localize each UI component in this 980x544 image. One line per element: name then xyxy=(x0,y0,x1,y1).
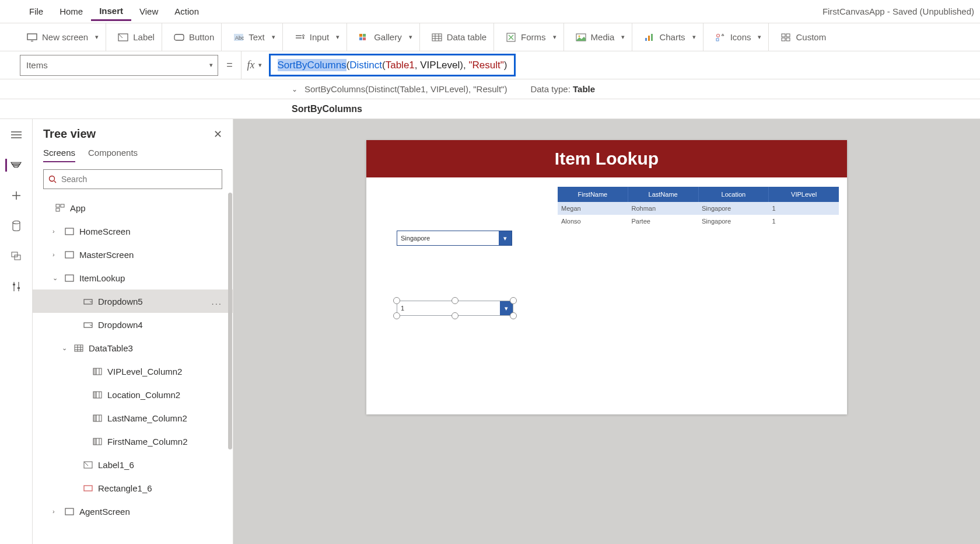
search-input[interactable] xyxy=(61,175,217,184)
ribbon-media[interactable]: Media▾ xyxy=(569,23,633,51)
tree-chevron-icon[interactable]: ⌄ xyxy=(52,274,60,282)
ribbon-input[interactable]: Input▾ xyxy=(288,23,347,51)
formula-suggest[interactable]: ⌄ SortByColumns(Distinct(Table1, VIPLeve… xyxy=(0,79,980,99)
svg-rect-15 xyxy=(432,34,442,41)
menu-view[interactable]: View xyxy=(131,3,166,20)
svg-point-22 xyxy=(578,35,580,37)
tree-item[interactable]: Label1_6 xyxy=(33,453,233,476)
col-header[interactable]: Location xyxy=(699,187,769,202)
datatable-icon xyxy=(432,32,442,43)
data-table[interactable]: FirstName LastName Location VIPLevel Meg… xyxy=(558,187,839,228)
svg-point-37 xyxy=(13,221,20,224)
ribbon-button[interactable]: Button xyxy=(167,23,222,51)
dropdown-icon xyxy=(83,296,93,306)
tree-item[interactable]: LastName_Column2 xyxy=(33,406,233,430)
resize-handle[interactable] xyxy=(510,297,517,304)
tree-chevron-icon[interactable]: › xyxy=(52,251,60,258)
tree-item[interactable]: VIPLevel_Column2 xyxy=(33,360,233,383)
resize-handle[interactable] xyxy=(452,312,459,319)
resize-handle[interactable] xyxy=(393,297,400,304)
ribbon: New screen▾ Label Button Abc Text▾ Input… xyxy=(0,23,980,51)
svg-rect-50 xyxy=(65,252,74,258)
svg-rect-52 xyxy=(84,299,92,304)
button-icon xyxy=(174,32,184,43)
tree-chevron-icon[interactable]: ⌄ xyxy=(62,344,69,352)
left-rail xyxy=(0,119,33,544)
chevron-down-icon: ▾ xyxy=(409,33,412,41)
menu-action[interactable]: Action xyxy=(166,3,207,20)
scrollbar-icon[interactable] xyxy=(228,193,232,449)
charts-icon xyxy=(644,32,654,43)
tree-item[interactable]: ›HomeScreen xyxy=(33,219,233,243)
equals-symbol: = xyxy=(226,59,233,71)
dropdown-location[interactable]: Singapore ▾ xyxy=(397,231,512,246)
ribbon-gallery[interactable]: Gallery▾ xyxy=(352,23,420,51)
dropdown-viplevel-selected[interactable]: 1 ▾ xyxy=(397,301,513,316)
tree-search[interactable] xyxy=(43,169,222,189)
svg-rect-14 xyxy=(363,37,366,40)
col-header[interactable]: FirstName xyxy=(558,187,628,202)
custom-icon xyxy=(780,32,791,43)
ribbon-charts[interactable]: Charts▾ xyxy=(637,23,703,51)
ribbon-custom[interactable]: Custom xyxy=(774,23,833,51)
column-icon xyxy=(92,413,103,423)
rect-icon xyxy=(83,483,93,493)
rail-advanced[interactable] xyxy=(10,280,23,293)
tree-item[interactable]: ›MasterScreen xyxy=(33,243,233,266)
tree-item[interactable]: Dropdown5... xyxy=(33,290,233,313)
table-row[interactable]: Megan Rohman Singapore 1 xyxy=(558,202,839,215)
rail-add[interactable] xyxy=(10,189,23,202)
close-icon[interactable]: ✕ xyxy=(214,128,222,141)
svg-line-45 xyxy=(54,181,56,183)
col-header[interactable]: LastName xyxy=(628,187,699,202)
column-icon xyxy=(92,366,103,376)
tree-item[interactable]: ›AgentScreen xyxy=(33,500,233,523)
chevron-down-icon[interactable]: ▾ xyxy=(258,61,262,69)
tree-item[interactable]: ⌄ItemLookup xyxy=(33,266,233,290)
menu-insert[interactable]: Insert xyxy=(91,2,131,21)
screen-icon xyxy=(64,273,75,283)
resize-handle[interactable] xyxy=(452,297,459,304)
tree-item[interactable]: FirstName_Column2 xyxy=(33,430,233,453)
property-dropdown[interactable]: Items ▾ xyxy=(20,55,218,76)
ribbon-forms[interactable]: Forms▾ xyxy=(499,23,564,51)
rail-media[interactable] xyxy=(10,250,23,263)
chevron-down-icon[interactable]: ▾ xyxy=(499,231,512,245)
screen-icon xyxy=(64,249,75,260)
tree-chevron-icon[interactable]: › xyxy=(52,228,60,235)
svg-point-10 xyxy=(302,37,304,39)
tree-item[interactable]: Dropdown4 xyxy=(33,313,233,336)
ribbon-icons[interactable]: Icons▾ xyxy=(708,23,769,51)
rail-data[interactable] xyxy=(10,219,23,232)
menu-file[interactable]: File xyxy=(21,3,51,20)
ribbon-text[interactable]: Abc Text▾ xyxy=(226,23,283,51)
more-icon[interactable]: ... xyxy=(211,297,222,306)
chevron-down-icon: ▾ xyxy=(553,33,556,41)
tree-item[interactable]: ⌄DataTable3 xyxy=(33,336,233,360)
tree-item-app[interactable]: App xyxy=(33,196,233,219)
ribbon-label[interactable]: Label xyxy=(111,23,162,51)
rail-hamburger[interactable] xyxy=(10,128,23,141)
svg-rect-78 xyxy=(65,508,74,515)
svg-rect-24 xyxy=(648,36,650,41)
table-row[interactable]: Alonso Partee Singapore 1 xyxy=(558,215,839,228)
chevron-down-icon: ⌄ xyxy=(292,85,298,93)
tree-item[interactable]: Location_Column2 xyxy=(33,383,233,406)
chevron-down-icon: ▾ xyxy=(336,33,340,41)
tree-item[interactable]: Rectangle1_6 xyxy=(33,476,233,500)
tab-screens[interactable]: Screens xyxy=(43,148,75,162)
formula-input[interactable]: SortByColumns(Distinct(Table1, VIPLevel)… xyxy=(269,54,516,76)
tree-chevron-icon[interactable]: › xyxy=(52,508,60,515)
menu-home[interactable]: Home xyxy=(51,3,91,20)
input-icon xyxy=(295,32,305,43)
tree-title: Tree view xyxy=(43,127,96,141)
tab-components[interactable]: Components xyxy=(88,148,138,162)
ribbon-data-table[interactable]: Data table xyxy=(425,23,494,51)
resize-handle[interactable] xyxy=(510,312,517,319)
col-header[interactable]: VIPLevel xyxy=(769,187,839,202)
resize-handle[interactable] xyxy=(393,312,400,319)
dropdown-icon xyxy=(83,319,93,330)
ribbon-new-screen[interactable]: New screen▾ xyxy=(20,23,106,51)
svg-rect-42 xyxy=(13,284,15,285)
rail-tree-view[interactable] xyxy=(5,159,22,172)
